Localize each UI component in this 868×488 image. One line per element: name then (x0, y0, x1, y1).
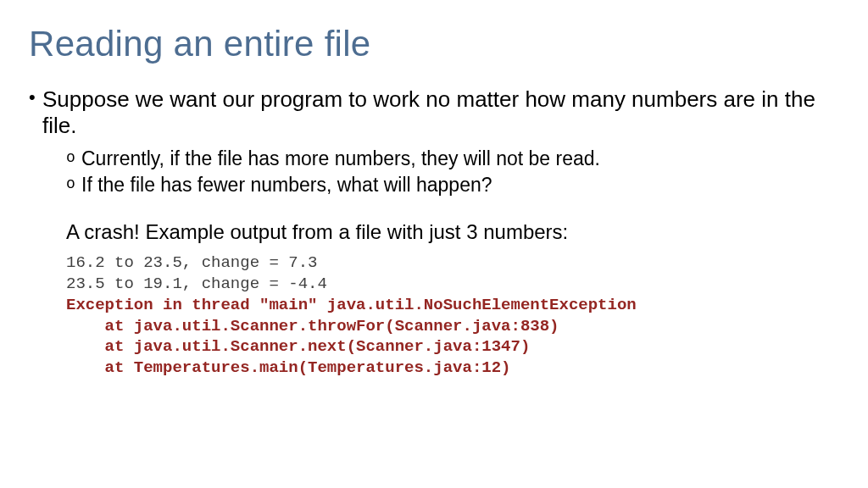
code-error-line-3: at java.util.Scanner.next(Scanner.java:1… (66, 337, 530, 356)
sub-bullet-list: Currently, if the file has more numbers,… (66, 146, 839, 198)
sub-bullet-1: Currently, if the file has more numbers,… (66, 146, 839, 172)
slide-title: Reading an entire file (29, 24, 839, 64)
main-bullet: Suppose we want our program to work no m… (29, 86, 839, 139)
code-output-line-1: 16.2 to 23.5, change = 7.3 (66, 253, 317, 272)
crash-intro-line: A crash! Example output from a file with… (66, 220, 839, 244)
code-output-block: 16.2 to 23.5, change = 7.3 23.5 to 19.1,… (66, 252, 839, 378)
code-error-line-4: at Temperatures.main(Temperatures.java:1… (66, 358, 511, 377)
code-error-line-2: at java.util.Scanner.throwFor(Scanner.ja… (66, 317, 559, 336)
code-output-line-2: 23.5 to 19.1, change = -4.4 (66, 274, 327, 293)
sub-bullet-2: If the file has fewer numbers, what will… (66, 172, 839, 198)
slide: Reading an entire file Suppose we want o… (0, 0, 868, 488)
code-error-line-1: Exception in thread "main" java.util.NoS… (66, 296, 637, 314)
